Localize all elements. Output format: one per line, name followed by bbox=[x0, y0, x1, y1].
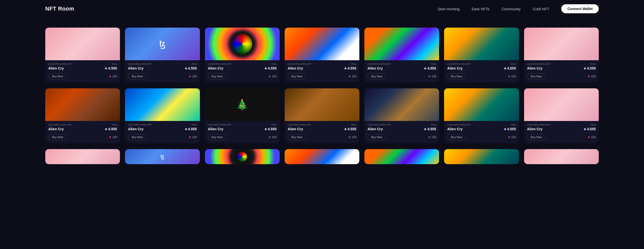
heart-icon[interactable]: ♥ bbox=[269, 135, 271, 139]
card-title: Alien Cry bbox=[208, 127, 223, 131]
nft-card-partial bbox=[524, 149, 599, 164]
like-row: ♥123 bbox=[349, 75, 356, 78]
card-title-price-row: Alien Cry◆ 4.555 bbox=[527, 66, 596, 70]
buy-now-button[interactable]: Buy Now bbox=[447, 73, 466, 79]
nft-card: LEJOURN.DARK.NFTPriceAlien Cry◆ 4.555Buy… bbox=[444, 88, 519, 143]
card-title: Alien Cry bbox=[367, 66, 383, 70]
heart-icon[interactable]: ♥ bbox=[189, 75, 191, 78]
card-body: LEJOURN.DARK.NFTPriceAlien Cry◆ 4.555Buy… bbox=[524, 60, 599, 82]
card-meta-row: LEJOURN.DARK.NFTPrice bbox=[48, 63, 117, 65]
card-image bbox=[45, 88, 120, 121]
card-image bbox=[205, 28, 280, 60]
card-title-price-row: Alien Cry◆ 4.555 bbox=[527, 127, 596, 131]
site-logo: NFT Room bbox=[45, 6, 74, 12]
card-collection: LEJOURN.DARK.NFT bbox=[208, 63, 232, 65]
like-count: 123 bbox=[192, 136, 197, 139]
heart-icon[interactable]: ♥ bbox=[349, 75, 351, 78]
card-actions: Buy Now♥123 bbox=[208, 134, 277, 140]
card-partial-image bbox=[524, 149, 599, 164]
card-price-value: ◆ 4.555 bbox=[344, 66, 356, 70]
card-collection: LEJOURN.DARK.NFT bbox=[48, 123, 72, 126]
heart-icon[interactable]: ♥ bbox=[428, 135, 430, 139]
like-count: 123 bbox=[112, 136, 117, 139]
nft-card: LEJOURN.DARK.NFTPriceAlien Cry◆ 4.555Buy… bbox=[285, 28, 359, 82]
card-title-price-row: Alien Cry◆ 4.555 bbox=[128, 127, 197, 131]
card-title: Alien Cry bbox=[48, 66, 64, 70]
heart-icon[interactable]: ♥ bbox=[588, 75, 590, 78]
card-body: LEJOURN.DARK.NFTPriceAlien Cry◆ 4.555Buy… bbox=[125, 60, 200, 82]
card-meta-row: LEJOURN.DARK.NFTPrice bbox=[208, 63, 277, 65]
nft-card-partial: ꜩ bbox=[125, 149, 200, 164]
buy-now-button[interactable]: Buy Now bbox=[527, 134, 546, 140]
like-count: 123 bbox=[192, 75, 197, 78]
heart-icon[interactable]: ♥ bbox=[109, 75, 111, 78]
card-price-label: Price bbox=[271, 123, 277, 126]
nft-card-partial bbox=[285, 149, 359, 164]
card-meta-row: LEJOURN.DARK.NFTPrice bbox=[447, 123, 516, 126]
buy-now-button[interactable]: Buy Now bbox=[367, 73, 386, 79]
main-content: LEJOURN.DARK.NFTPriceAlien Cry◆ 4.555Buy… bbox=[0, 18, 644, 174]
card-actions: Buy Now♥123 bbox=[527, 73, 596, 79]
card-price-label: Price bbox=[590, 123, 596, 126]
buy-now-button[interactable]: Buy Now bbox=[527, 73, 546, 79]
like-row: ♥123 bbox=[109, 75, 117, 78]
like-row: ♥123 bbox=[588, 75, 596, 78]
buy-now-button[interactable]: Buy Now bbox=[288, 73, 306, 79]
like-row: ♥123 bbox=[109, 135, 117, 139]
nav-start-hunting[interactable]: Start Hunting bbox=[438, 7, 460, 11]
eth-icon: ◆ bbox=[344, 67, 347, 70]
card-price-label: Price bbox=[192, 123, 197, 126]
card-meta-row: LEJOURN.DARK.NFTPrice bbox=[447, 63, 516, 65]
nft-card: LEJOURN.DARK.NFTPriceAlien Cry◆ 4.555Buy… bbox=[125, 88, 200, 143]
card-body: LEJOURN.DARK.NFTPriceAlien Cry◆ 4.555Buy… bbox=[285, 60, 359, 82]
card-collection: LEJOURN.DARK.NFT bbox=[48, 63, 72, 65]
heart-icon[interactable]: ♥ bbox=[109, 135, 111, 139]
nav-craft-nft[interactable]: Craft NFT bbox=[533, 7, 549, 11]
card-actions: Buy Now♥123 bbox=[367, 134, 436, 140]
eth-icon: ◆ bbox=[504, 127, 506, 131]
card-price-value: ◆ 4.555 bbox=[105, 66, 117, 70]
eth-icon: ◆ bbox=[424, 67, 426, 70]
nav-community[interactable]: Community bbox=[502, 7, 521, 11]
card-price-label: Price bbox=[511, 123, 516, 126]
buy-now-button[interactable]: Buy Now bbox=[208, 134, 227, 140]
card-collection: LEJOURN.DARK.NFT bbox=[208, 123, 232, 126]
card-title: Alien Cry bbox=[208, 66, 223, 70]
buy-now-button[interactable]: Buy Now bbox=[288, 134, 306, 140]
heart-icon[interactable]: ♥ bbox=[508, 135, 510, 139]
card-meta-row: LEJOURN.DARK.NFTPrice bbox=[48, 123, 117, 126]
nft-grid-row1: LEJOURN.DARK.NFTPriceAlien Cry◆ 4.555Buy… bbox=[45, 28, 599, 82]
card-meta-row: LEJOURN.DARK.NFTPrice bbox=[527, 123, 596, 126]
card-actions: Buy Now♥123 bbox=[128, 73, 197, 79]
buy-now-button[interactable]: Buy Now bbox=[128, 134, 147, 140]
like-row: ♥123 bbox=[508, 135, 516, 139]
buy-now-button[interactable]: Buy Now bbox=[208, 73, 227, 79]
nav-dark-nfts[interactable]: Dark NFTs bbox=[472, 7, 490, 11]
card-price-label: Price bbox=[192, 63, 197, 65]
eth-icon: ◆ bbox=[504, 67, 506, 70]
eth-icon: ◆ bbox=[424, 127, 426, 131]
card-meta-row: LEJOURN.DARK.NFTPrice bbox=[288, 123, 356, 126]
heart-icon[interactable]: ♥ bbox=[269, 75, 271, 78]
buy-now-button[interactable]: Buy Now bbox=[367, 134, 386, 140]
like-count: 123 bbox=[272, 136, 276, 139]
card-price-value: ◆ 4.555 bbox=[424, 127, 436, 131]
card-image: 🎄 bbox=[205, 88, 280, 121]
card-title-price-row: Alien Cry◆ 4.555 bbox=[447, 127, 516, 131]
card-price-value: ◆ 4.555 bbox=[584, 66, 596, 70]
site-header: NFT Room Start Hunting Dark NFTs Communi… bbox=[0, 0, 644, 18]
heart-icon[interactable]: ♥ bbox=[428, 75, 430, 78]
heart-icon[interactable]: ♥ bbox=[588, 135, 590, 139]
card-partial-image bbox=[444, 149, 519, 164]
nft-card-partial bbox=[45, 149, 120, 164]
buy-now-button[interactable]: Buy Now bbox=[128, 73, 147, 79]
buy-now-button[interactable]: Buy Now bbox=[48, 134, 67, 140]
connect-wallet-button[interactable]: Connect Wallet bbox=[561, 4, 599, 13]
heart-icon[interactable]: ♥ bbox=[189, 135, 191, 139]
buy-now-button[interactable]: Buy Now bbox=[48, 73, 67, 79]
card-title-price-row: Alien Cry◆ 4.555 bbox=[48, 66, 117, 70]
buy-now-button[interactable]: Buy Now bbox=[447, 134, 466, 140]
heart-icon[interactable]: ♥ bbox=[349, 135, 351, 139]
heart-icon[interactable]: ♥ bbox=[508, 75, 510, 78]
eth-icon: ◆ bbox=[185, 67, 187, 70]
